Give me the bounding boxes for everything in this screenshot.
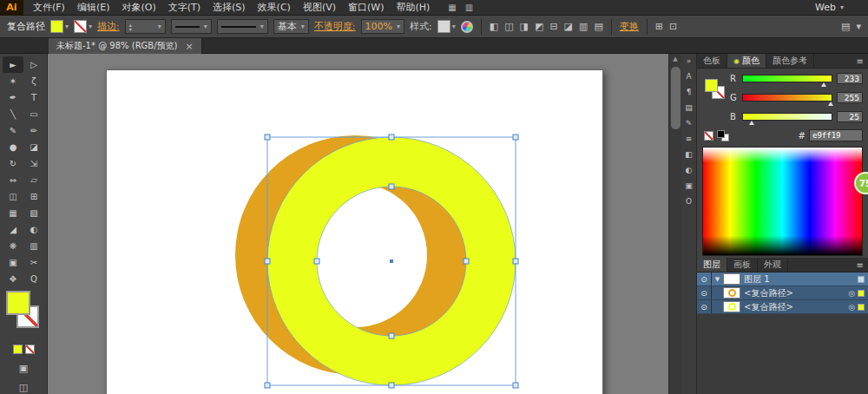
stroke-color-picker[interactable]: ▾ (74, 20, 92, 33)
layer-thumbnail[interactable] (723, 287, 740, 299)
distribute-h-icon[interactable]: ▥ (579, 21, 588, 32)
shape-builder-tool[interactable]: ◫ (3, 188, 23, 205)
layer-row[interactable]: ⊙ <复合路径> ◎ (697, 300, 868, 314)
align-left-icon[interactable]: ◧ (490, 21, 498, 32)
variable-width-profile-dropdown[interactable]: ▾ (171, 19, 212, 34)
none-swatch[interactable] (704, 131, 713, 141)
type-tool[interactable]: T (23, 89, 44, 106)
distribute-v-icon[interactable]: ▤ (594, 21, 602, 32)
draw-mode-icon[interactable]: ▣ (19, 363, 28, 374)
stroke-weight-stepper[interactable]: ▴▾ ▾ (125, 19, 166, 34)
menu-5[interactable]: 效果(C) (252, 0, 297, 16)
canvas-area[interactable]: ▲ (48, 54, 681, 394)
slider-g[interactable] (742, 94, 832, 102)
layer-thumbnail[interactable] (723, 301, 740, 312)
target-circle-icon[interactable]: ◎ (848, 289, 855, 298)
opacity-panel-link[interactable]: 不透明度: (314, 20, 356, 33)
menu-0[interactable]: 文件(F) (27, 0, 71, 16)
recolor-artwork-icon[interactable] (461, 21, 473, 33)
brushes-panel-icon[interactable]: ✎ (686, 119, 693, 128)
artboard-tool[interactable]: ▣ (3, 254, 23, 271)
app-logo[interactable]: Ai (0, 0, 23, 16)
character-panel-icon[interactable]: A (686, 72, 691, 81)
gradient-panel-icon[interactable]: ◧ (685, 150, 693, 159)
stroke-panel-link[interactable]: 描边: (97, 20, 120, 33)
fill-color-picker[interactable]: ▾ (50, 20, 69, 33)
expand-panels-icon[interactable]: » (687, 56, 692, 65)
layer-row[interactable]: ⊙ ▼ 图层 1 (697, 273, 868, 286)
black-swatch[interactable] (717, 130, 725, 138)
control-panel-dock-icon[interactable]: ▤ (841, 21, 850, 32)
slider-value-b[interactable]: 25 (837, 111, 863, 122)
tab-color[interactable]: ◉ 颜色 (727, 54, 766, 68)
arrange-documents-icon[interactable]: ▦ (448, 3, 456, 12)
tab-color-guide[interactable]: 颜色参考 (766, 54, 814, 68)
hand-tool[interactable]: ✥ (3, 271, 23, 287)
layer-name[interactable]: <复合路径> (744, 301, 848, 313)
hex-input[interactable] (809, 129, 863, 141)
opacity-field[interactable]: 100% ▾ (361, 19, 404, 34)
stroke-style-dropdown[interactable]: ▾ (217, 19, 268, 34)
brush-definition-dropdown[interactable]: 基本 ▾ (273, 19, 309, 34)
stepper-arrows-icon[interactable]: ▴▾ (129, 23, 132, 31)
isolate-selection-icon[interactable]: ⊡ (669, 21, 677, 32)
lasso-tool[interactable]: ζ (23, 73, 44, 89)
paintbrush-tool[interactable]: ✎ (3, 122, 23, 139)
symbol-sprayer-tool[interactable]: ❋ (3, 238, 23, 254)
eyedropper-tool[interactable]: ◢ (3, 221, 23, 238)
menu-1[interactable]: 编辑(E) (71, 0, 116, 16)
control-panel-menu-icon[interactable]: ▾ (856, 21, 861, 32)
anchor-point[interactable] (389, 184, 394, 189)
vertical-scrollbar[interactable]: ▲ (668, 54, 681, 394)
selection-handle[interactable] (389, 135, 394, 140)
paragraph-panel-icon[interactable]: ¶ (687, 88, 692, 96)
menu-8[interactable]: 帮助(H) (390, 0, 436, 16)
slider-thumb[interactable] (749, 121, 754, 125)
fill-swatch[interactable] (6, 291, 30, 315)
align-center-h-icon[interactable]: ◫ (504, 21, 513, 32)
free-transform-tool[interactable]: ▱ (23, 172, 44, 188)
visibility-eye-icon[interactable]: ⊙ (697, 286, 712, 299)
slider-thumb[interactable] (821, 82, 826, 87)
direct-selection-tool[interactable]: ▷ (23, 56, 44, 73)
stroke-panel-icon[interactable]: ≡ (686, 135, 693, 143)
tab-swatches[interactable]: 色板 (697, 54, 727, 68)
scroll-up-icon[interactable]: ▲ (669, 54, 681, 65)
selection-indicator[interactable] (858, 276, 865, 283)
slider-thumb[interactable] (828, 102, 833, 106)
perspective-grid-tool[interactable]: ⊞ (23, 188, 44, 205)
visibility-eye-icon[interactable]: ⊙ (697, 273, 712, 286)
column-graph-tool[interactable]: ▥ (23, 238, 44, 254)
scrollbar-thumb[interactable] (671, 67, 681, 129)
panel-fill-swatch[interactable] (705, 79, 718, 92)
tab-appearance[interactable]: 外观 (758, 258, 788, 272)
visibility-eye-icon[interactable]: ⊙ (697, 300, 712, 313)
appearance-panel-icon[interactable]: ▣ (685, 181, 693, 190)
black-white-swatches[interactable] (717, 130, 730, 141)
screen-mode-icon[interactable]: ◫ (19, 382, 28, 393)
style-swatch-dropdown[interactable]: ▾ (437, 20, 456, 33)
align-right-icon[interactable]: ◨ (520, 21, 529, 32)
slider-b[interactable] (742, 113, 832, 121)
tab-layers[interactable]: 图层 (697, 258, 727, 272)
selection-handle[interactable] (265, 383, 270, 388)
tab-artboards[interactable]: 画板 (727, 258, 758, 272)
selection-handle[interactable] (389, 383, 394, 388)
layer-thumbnail[interactable] (723, 273, 740, 285)
selection-handle[interactable] (513, 383, 518, 388)
menu-2[interactable]: 对象(O) (115, 0, 161, 16)
selection-handle[interactable] (265, 259, 270, 264)
slider-r[interactable] (742, 75, 832, 82)
shape-mode-icon[interactable]: ⊞ (655, 21, 663, 32)
pen-tool[interactable]: ✒ (3, 89, 23, 106)
line-segment-tool[interactable]: ╲ (3, 106, 23, 122)
menu-3[interactable]: 文字(T) (162, 0, 207, 16)
color-button[interactable] (13, 345, 23, 354)
selection-tool[interactable]: ► (3, 56, 23, 73)
align-middle-icon[interactable]: ⊟ (549, 21, 557, 32)
menu-7[interactable]: 窗口(W) (342, 0, 390, 16)
mesh-tool[interactable]: ▦ (3, 205, 23, 221)
eraser-tool[interactable]: ◪ (23, 139, 44, 155)
layer-row[interactable]: ⊙ <复合路径> ◎ (697, 286, 868, 300)
swatches-panel-icon[interactable]: ▤ (685, 103, 693, 112)
